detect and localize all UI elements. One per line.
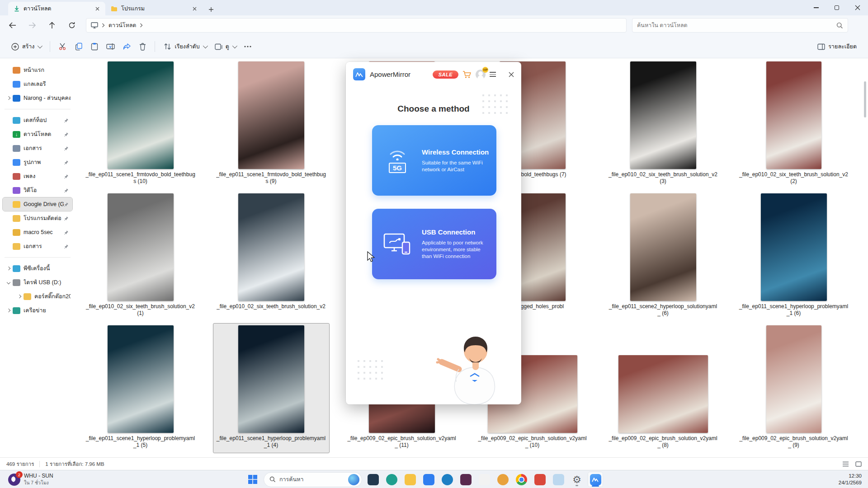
sidebar-item-downloads[interactable]: ↓ดาวน์โหลด (3, 127, 72, 141)
sidebar-item-pictures[interactable]: รูปภาพ (3, 155, 72, 169)
sidebar-item-documents-folder[interactable]: เอกสาร (3, 239, 72, 253)
new-tab-button[interactable] (205, 4, 217, 15)
file-item[interactable]: _file_ep011_scene1_hyperloop_problemyaml… (736, 192, 852, 321)
weather-widget[interactable]: 2 WHU - SUN ใน 7 ชั่วโมง (5, 472, 57, 488)
sidebar-item-home[interactable]: หน้าแรก (3, 63, 72, 77)
sidebar-item-network[interactable]: เครือข่าย (3, 304, 72, 317)
file-item[interactable]: _file_ep009_02_epic_brush_solution_v2yam… (736, 324, 852, 453)
file-item[interactable]: _file_ep010_02_six_teeth_brush_solution_… (83, 192, 198, 321)
details-view-icon[interactable] (842, 461, 849, 467)
sale-badge[interactable]: SALE (433, 70, 458, 79)
account-avatar[interactable]: VIP (476, 70, 486, 80)
search-input[interactable] (637, 22, 836, 28)
cut-button[interactable] (55, 39, 71, 54)
sidebar-item-macro-5sec[interactable]: macro 5sec (3, 225, 72, 239)
file-item[interactable]: _file_ep010_02_six_teeth_brush_solution_… (736, 60, 852, 189)
file-name: _file_ep010_02_six_teeth_brush_solution_… (739, 171, 849, 185)
taskbar-clock[interactable]: 12:30 24/1/2569 (839, 473, 862, 486)
search-box[interactable] (632, 18, 848, 33)
file-name: _file_ep010_02_six_teeth_brush_solution_… (608, 171, 718, 185)
scrollbar-thumb[interactable] (864, 81, 866, 117)
file-item[interactable]: _file_ep011_scene1_hyperloop_problemyaml… (213, 324, 329, 453)
start-button[interactable] (245, 472, 260, 487)
dialog-minimize-button[interactable] (500, 73, 504, 76)
menu-icon[interactable] (490, 72, 496, 77)
wireless-connection-card[interactable]: 5G Wireless Connection Suitable for the … (372, 125, 496, 196)
sidebar-item-label: เอกสาร (24, 144, 64, 153)
tab-close-icon[interactable] (94, 5, 101, 12)
file-item[interactable]: _file_ep010_02_six_teeth_brush_solution_… (605, 60, 721, 189)
taskbar-app-dark-app[interactable] (365, 472, 381, 487)
breadcrumb-item[interactable]: ดาวน์โหลด (108, 21, 136, 30)
window-minimize-button[interactable] (806, 0, 826, 15)
expander-chevron-icon[interactable] (5, 265, 12, 272)
large-icons-view-icon[interactable] (855, 461, 862, 467)
pin-icon (64, 188, 69, 193)
expander-chevron-icon[interactable] (16, 293, 23, 300)
scrollbar[interactable] (863, 60, 867, 456)
up-button[interactable] (47, 20, 57, 30)
cart-icon[interactable] (462, 70, 472, 79)
taskbar-app-chrome-browser[interactable] (514, 472, 529, 487)
expander-chevron-icon[interactable] (5, 279, 12, 286)
refresh-button[interactable] (67, 20, 77, 30)
sidebar-item-gallery[interactable]: แกลเลอรี (3, 77, 72, 91)
sidebar-item-editor-folder[interactable]: โปรแกรมตัดต่อ (3, 211, 72, 225)
sidebar-item-usb-drive[interactable]: ไดรฟ์ USB (D:) (3, 276, 72, 289)
taskbar-app-apowermirror[interactable] (588, 472, 603, 487)
more-options-button[interactable] (240, 42, 255, 51)
taskbar-app-teal-circle-app[interactable] (384, 472, 399, 487)
taskbar-app-settings-gear[interactable]: ⚙ (569, 472, 585, 487)
forward-button[interactable] (27, 20, 37, 30)
sidebar-item-google-drive[interactable]: Google Drive (G:) (3, 197, 72, 211)
file-item[interactable]: _file_ep011_scene2_hyperloop_solutionyam… (605, 192, 721, 321)
taskbar-app-photos-app[interactable] (458, 472, 473, 487)
taskbar-app-amber-app[interactable] (495, 472, 510, 487)
paste-button[interactable] (87, 39, 102, 54)
file-item[interactable]: _file_ep010_02_six_teeth_brush_solution_… (213, 192, 329, 321)
share-button[interactable] (119, 40, 135, 53)
dialog-header: ApowerMirror SALE VIP (346, 62, 521, 80)
file-item[interactable]: _file_ep011_scene1_frmtovdo_bold_teethbu… (83, 60, 198, 189)
dialog-close-button[interactable] (508, 71, 515, 78)
view-button[interactable]: ดู (211, 39, 240, 54)
sidebar-item-videos[interactable]: วิดีโอ (3, 183, 72, 197)
tab-downloads[interactable]: ดาวน์โหลด (8, 2, 105, 15)
sidebar-item-onedrive[interactable]: Narong - ส่วนบุคคล (3, 91, 72, 105)
file-item[interactable]: _file_ep011_scene1_hyperloop_problemyaml… (83, 324, 198, 453)
sidebar-item-this-pc[interactable]: พีซีเครื่องนี้ (3, 262, 72, 275)
sidebar-item-tiktok-course[interactable]: คอร์สติ๊กต๊อก2026 (3, 290, 72, 303)
new-button[interactable]: สร้าง (7, 39, 45, 54)
sidebar-item-documents[interactable]: เอกสาร (3, 141, 72, 155)
thumbnail-box (630, 192, 696, 301)
sort-button[interactable]: เรียงลำดับ (160, 39, 210, 54)
taskbar-app-microsoft-store[interactable] (421, 472, 436, 487)
usb-connection-card[interactable]: USB Connection Applicable to poor networ… (372, 209, 496, 279)
thumbnail-box (108, 60, 174, 169)
file-item[interactable]: _file_ep009_02_epic_brush_solution_v2yam… (605, 324, 721, 453)
taskbar-search[interactable]: การค้นหา (264, 472, 362, 487)
sidebar-item-music[interactable]: เพลง (3, 169, 72, 183)
taskbar-app-file-explorer[interactable] (402, 472, 418, 487)
window-close-button[interactable] (847, 0, 868, 15)
rename-button[interactable] (102, 40, 119, 53)
tab-programs[interactable]: โปรแกรม (105, 2, 203, 15)
expander-chevron-icon[interactable] (5, 95, 12, 101)
details-pane-button[interactable]: รายละเอียด (813, 39, 861, 54)
window-maximize-button[interactable] (826, 0, 847, 15)
taskbar-app-red-app[interactable] (532, 472, 547, 487)
taskbar-app-capcut-app[interactable] (476, 472, 492, 487)
taskbar-app-edge-browser[interactable] (439, 472, 455, 487)
sidebar-item-label: macro 5sec (24, 229, 64, 235)
taskbar-app-light-blue-app[interactable] (551, 472, 566, 487)
desktop-icon (13, 117, 20, 124)
breadcrumb[interactable]: ดาวน์โหลด (86, 18, 627, 33)
copy-button[interactable] (71, 39, 87, 54)
expander-chevron-icon[interactable] (5, 307, 12, 314)
tab-close-icon[interactable] (191, 5, 198, 12)
back-button[interactable] (7, 20, 17, 30)
details-pane-label: รายละเอียด (828, 42, 857, 51)
delete-button[interactable] (135, 40, 150, 54)
file-item[interactable]: _file_ep011_scene1_frmtovdo_bold_teethbu… (213, 60, 329, 189)
sidebar-item-desktop[interactable]: เดสก์ท็อป (3, 113, 72, 127)
